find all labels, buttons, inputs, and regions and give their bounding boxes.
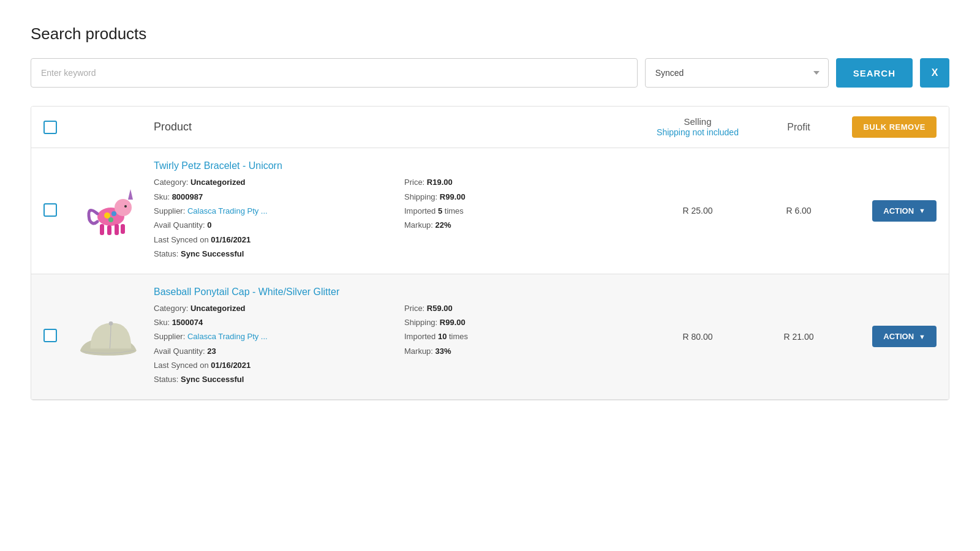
product-details: Twirly Petz Bracelet - Unicorn Category:… <box>148 160 636 261</box>
table-header: Product Selling Shipping not included Pr… <box>31 107 949 148</box>
avail-qty-line: Avail Quantity: 23 <box>154 344 386 358</box>
svg-rect-7 <box>121 224 125 234</box>
search-button[interactable]: SEARCH <box>836 58 913 88</box>
product-details: Baseball Ponytail Cap - White/Silver Gli… <box>148 287 636 387</box>
action-col: ACTION ▼ <box>839 200 937 222</box>
svg-point-3 <box>124 205 127 208</box>
sku-line: Sku: 8000987 <box>154 190 386 204</box>
price-line: Price: R59.00 <box>404 301 636 315</box>
shipping-line: Shipping: R99.00 <box>404 190 636 204</box>
product-image <box>74 180 148 241</box>
product-name[interactable]: Twirly Petz Bracelet - Unicorn <box>154 160 636 171</box>
svg-marker-2 <box>128 189 133 200</box>
selling-subtitle: Shipping not included <box>636 127 759 138</box>
supplier-link[interactable]: Calasca Trading Pty ... <box>187 332 268 341</box>
svg-rect-5 <box>107 225 111 235</box>
last-synced-line: Last Synced on 01/16/2021 <box>154 358 386 372</box>
page-container: Search products Synced SEARCH X Product … <box>0 0 980 551</box>
product-checkbox[interactable] <box>43 203 57 217</box>
markup-line: Markup: 33% <box>404 344 636 358</box>
product-name[interactable]: Baseball Ponytail Cap - White/Silver Gli… <box>154 287 636 298</box>
product-row: Baseball Ponytail Cap - White/Silver Gli… <box>31 274 949 400</box>
category-line: Category: Uncategorized <box>154 301 386 315</box>
bulk-remove-button[interactable]: BULK REMOVE <box>852 116 937 138</box>
select-all-checkbox[interactable] <box>43 121 57 134</box>
imported-line: Imported 5 times <box>404 204 636 218</box>
header-product-col: Product <box>148 121 636 133</box>
sku-line: Sku: 1500074 <box>154 315 386 329</box>
profit-value: R 6.00 <box>759 206 839 216</box>
product-checkbox[interactable] <box>43 329 57 342</box>
header-checkbox-col <box>43 121 74 134</box>
last-synced-line: Last Synced on 01/16/2021 <box>154 233 386 247</box>
product-rows: Twirly Petz Bracelet - Unicorn Category:… <box>31 148 949 400</box>
synced-select[interactable]: Synced <box>645 58 829 88</box>
row-checkbox-col <box>43 203 74 219</box>
product-image <box>74 309 148 364</box>
page-title: Search products <box>31 24 949 43</box>
product-row: Twirly Petz Bracelet - Unicorn Category:… <box>31 148 949 274</box>
header-selling-col: Selling Shipping not included <box>636 116 759 138</box>
action-button[interactable]: ACTION ▼ <box>872 326 937 347</box>
svg-point-12 <box>109 321 113 326</box>
product-detail-grid: Category: Uncategorized Sku: 1500074 Sup… <box>154 301 636 387</box>
product-column-label: Product <box>154 121 192 133</box>
supplier-line: Supplier: Calasca Trading Pty ... <box>154 329 386 343</box>
profit-value: R 21.00 <box>759 332 839 342</box>
search-row: Synced SEARCH X <box>31 58 949 88</box>
svg-point-10 <box>108 217 113 222</box>
selling-title: Selling <box>636 116 759 127</box>
price-line: Price: R19.00 <box>404 175 636 189</box>
profit-column-label: Profit <box>787 122 810 132</box>
svg-rect-6 <box>115 224 119 235</box>
selling-price: R 80.00 <box>636 332 759 342</box>
chevron-down-icon: ▼ <box>919 207 925 214</box>
svg-point-9 <box>111 211 116 216</box>
svg-point-8 <box>104 212 110 219</box>
markup-line: Markup: 22% <box>404 218 636 232</box>
search-input[interactable] <box>31 58 638 88</box>
product-detail-grid: Category: Uncategorized Sku: 8000987 Sup… <box>154 175 636 261</box>
clear-button[interactable]: X <box>920 58 949 88</box>
header-action-col: BULK REMOVE <box>839 116 937 138</box>
shipping-line: Shipping: R99.00 <box>404 315 636 329</box>
chevron-down-icon: ▼ <box>919 333 925 340</box>
status-line: Status: Sync Successful <box>154 247 386 261</box>
category-line: Category: Uncategorized <box>154 175 386 189</box>
header-profit-col: Profit <box>759 122 839 133</box>
supplier-link[interactable]: Calasca Trading Pty ... <box>187 206 268 216</box>
svg-point-1 <box>115 199 132 216</box>
supplier-line: Supplier: Calasca Trading Pty ... <box>154 204 386 218</box>
selling-price: R 25.00 <box>636 206 759 216</box>
action-button[interactable]: ACTION ▼ <box>872 200 937 222</box>
products-table: Product Selling Shipping not included Pr… <box>31 106 949 400</box>
action-col: ACTION ▼ <box>839 326 937 347</box>
avail-qty-line: Avail Quantity: 0 <box>154 218 386 232</box>
svg-rect-4 <box>100 224 104 235</box>
imported-line: Imported 10 times <box>404 329 636 343</box>
row-checkbox-col <box>43 329 74 344</box>
status-line: Status: Sync Successful <box>154 372 386 386</box>
